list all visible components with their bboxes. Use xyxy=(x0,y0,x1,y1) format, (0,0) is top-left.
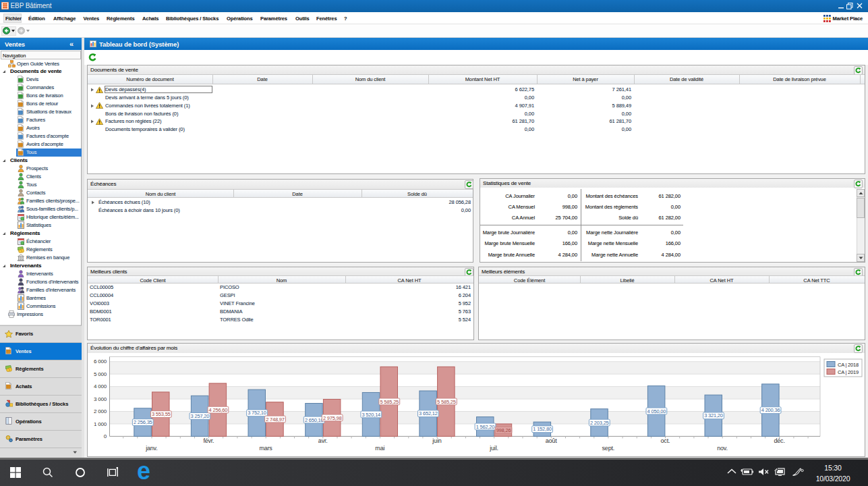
svg-text:998,26: 998,26 xyxy=(496,427,511,433)
svg-text:6 000: 6 000 xyxy=(94,358,107,364)
svg-text:avr.: avr. xyxy=(318,437,328,444)
svg-text:4 050,00: 4 050,00 xyxy=(647,408,666,414)
svg-text:3 553,55: 3 553,55 xyxy=(152,411,171,417)
svg-text:0: 0 xyxy=(104,433,107,439)
svg-text:3 000: 3 000 xyxy=(94,396,107,402)
svg-text:3 321,20: 3 321,20 xyxy=(704,412,723,418)
svg-text:sept.: sept. xyxy=(602,445,615,452)
svg-text:2 000: 2 000 xyxy=(94,408,107,414)
svg-text:5 585,25: 5 585,25 xyxy=(437,399,456,405)
svg-text:mars: mars xyxy=(259,445,272,452)
svg-text:3 520,14: 3 520,14 xyxy=(361,412,380,418)
svg-text:déc.: déc. xyxy=(774,437,784,444)
svg-text:août: août xyxy=(546,437,557,444)
svg-text:3 752,10: 3 752,10 xyxy=(248,410,266,416)
svg-text:2 975,98: 2 975,98 xyxy=(323,415,342,421)
svg-text:janv.: janv. xyxy=(145,445,157,452)
svg-text:mai: mai xyxy=(375,445,384,452)
svg-text:4 200,36: 4 200,36 xyxy=(761,407,780,413)
svg-text:2 256,35: 2 256,35 xyxy=(134,419,152,425)
svg-text:3 257,20: 3 257,20 xyxy=(191,413,210,419)
svg-text:CA | 2019: CA | 2019 xyxy=(838,369,859,375)
svg-text:4 000: 4 000 xyxy=(94,383,107,389)
svg-text:1 000: 1 000 xyxy=(94,421,107,427)
svg-text:3 652,12: 3 652,12 xyxy=(419,410,438,416)
svg-text:5 000: 5 000 xyxy=(94,371,107,377)
svg-text:2 650,10: 2 650,10 xyxy=(305,417,324,423)
svg-text:nov.: nov. xyxy=(717,445,728,452)
svg-text:oct.: oct. xyxy=(661,437,670,444)
svg-text:1 152,80: 1 152,80 xyxy=(533,426,552,432)
svg-text:1 562,20: 1 562,20 xyxy=(476,424,495,430)
svg-text:2 748,97: 2 748,97 xyxy=(266,416,285,423)
svg-text:juil.: juil. xyxy=(489,445,498,452)
svg-text:4 256,60: 4 256,60 xyxy=(209,407,228,413)
svg-text:2 203,25: 2 203,25 xyxy=(590,420,609,426)
svg-text:juin: juin xyxy=(432,437,441,444)
svg-text:févr.: févr. xyxy=(203,437,214,444)
svg-text:5 585,25: 5 585,25 xyxy=(380,399,399,405)
svg-text:CA | 2018: CA | 2018 xyxy=(838,362,859,368)
